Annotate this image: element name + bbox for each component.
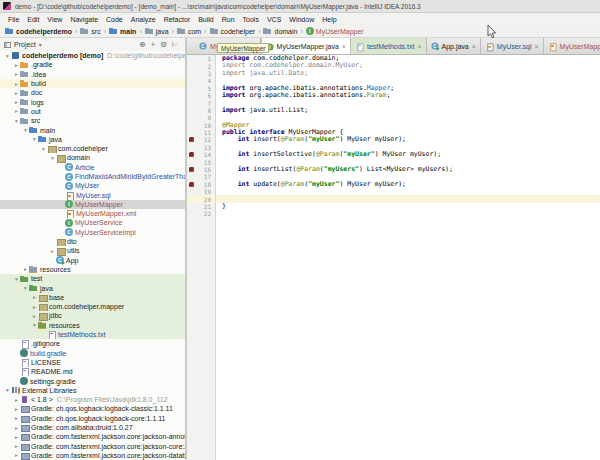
menu-item-edit[interactable]: Edit: [23, 16, 43, 23]
breadcrumb-item-domain[interactable]: domain: [263, 27, 297, 35]
menu-item-vcs[interactable]: VCS: [263, 16, 285, 23]
menu-item-refactor[interactable]: Refactor: [160, 16, 194, 23]
tab-app-java[interactable]: CApp.java×: [427, 38, 481, 54]
menu-item-run[interactable]: Run: [218, 16, 239, 23]
tree-row-myusermapper[interactable]: IMyUserMapper: [0, 200, 185, 209]
tree-row-gradle-com-fasterxml-jackson-core-jackson-core-2-8-4[interactable]: ▸Gradle: com.fasterxml.jackson.core:jack…: [0, 441, 185, 450]
menu-item-tools[interactable]: Tools: [239, 16, 263, 23]
close-icon[interactable]: ×: [472, 43, 476, 50]
collapse-arrow-icon[interactable]: ▾: [4, 387, 11, 393]
gear-icon[interactable]: ⚙: [158, 40, 170, 49]
editor[interactable]: 12345678910111213141516171819202122 pack…: [187, 55, 600, 460]
collapse-arrow-icon[interactable]: ▾: [40, 146, 47, 152]
close-icon[interactable]: ×: [534, 43, 538, 50]
collapse-arrow-icon[interactable]: ▾: [31, 136, 38, 142]
tree-row-build-gradle[interactable]: build.gradle: [0, 349, 185, 358]
breadcrumb-item-codehelper[interactable]: codehelper: [210, 27, 256, 35]
expand-arrow-icon[interactable]: ▸: [22, 266, 29, 272]
tree-row-gradle-ch-qos-logback-logback-classic-1-1-11[interactable]: ▸Gradle: ch.qos.logback:logback-classic:…: [0, 404, 185, 413]
tree-row-resources[interactable]: ▸resources: [0, 265, 185, 274]
menu-item-code[interactable]: Code: [102, 16, 127, 23]
tree-row-gradle-com-fasterxml-jackson-core-jackson-annotations-2-8-0[interactable]: ▸Gradle: com.fasterxml.jackson.core:jack…: [0, 432, 185, 441]
expand-arrow-icon[interactable]: ▸: [13, 425, 20, 431]
tree-row-gitignore[interactable]: .gitignore: [0, 339, 185, 348]
expand-arrow-icon[interactable]: ▸: [13, 406, 20, 412]
tree-row-utils[interactable]: ▸utils: [0, 246, 185, 255]
expand-arrow-icon[interactable]: ▸: [13, 452, 20, 458]
expand-arrow-icon[interactable]: ▸: [31, 294, 38, 300]
tree-row-readme-md[interactable]: README.md: [0, 367, 185, 376]
tree-row-myuser[interactable]: CMyUser: [0, 181, 185, 190]
tree-row-doc[interactable]: ▸doc: [0, 88, 185, 97]
expand-arrow-icon[interactable]: ▸: [13, 90, 20, 96]
tree-row-out[interactable]: ▸out: [0, 107, 185, 116]
tree-row-external-libraries[interactable]: ▾External Libraries: [0, 386, 185, 395]
expand-arrow-icon[interactable]: ▸: [13, 71, 20, 77]
tree-row-domain[interactable]: ▾domain: [0, 153, 185, 162]
expand-arrow-icon[interactable]: ▸: [13, 397, 20, 403]
tree-row-build[interactable]: ▸build: [0, 79, 185, 88]
expand-arrow-icon[interactable]: ▸: [13, 108, 20, 114]
breadcrumb-item-codehelperdemo[interactable]: codehelperdemo: [5, 27, 72, 35]
expand-arrow-icon[interactable]: ▸: [13, 81, 20, 87]
expand-arrow-icon[interactable]: ▸: [13, 443, 20, 449]
menu-item-help[interactable]: Help: [318, 16, 340, 23]
menu-item-file[interactable]: File: [4, 16, 23, 23]
collapse-arrow-icon[interactable]: ▾: [13, 118, 20, 124]
tab-myusermapper-xml[interactable]: MyUserMapper.xml×: [544, 38, 600, 54]
menu-item-navigate[interactable]: Navigate: [66, 16, 102, 23]
tree-row-idea[interactable]: ▸.idea: [0, 70, 185, 79]
code-editor[interactable]: package com.codehelper.domain;import com…: [216, 55, 600, 460]
collapse-arrow-icon[interactable]: ▾: [31, 322, 38, 328]
tab-testmethods-txt[interactable]: testMethods.txt×: [351, 38, 427, 54]
tree-row-article[interactable]: CArticle: [0, 163, 185, 172]
expand-arrow-icon[interactable]: ▸: [31, 304, 38, 310]
collapse-arrow-icon[interactable]: ▾: [22, 127, 29, 133]
tree-row-gradle-ch-qos-logback-logback-core-1-1-11[interactable]: ▸Gradle: ch.qos.logback:logback-core:1.1…: [0, 414, 185, 423]
chevron-down-icon[interactable]: ▾: [39, 41, 42, 48]
tree-row-java[interactable]: ▾java: [0, 283, 185, 292]
scroll-from-source-icon[interactable]: +: [148, 40, 157, 49]
tab-myuser-sql[interactable]: MyUser.sql×: [481, 38, 544, 54]
hide-panel-icon[interactable]: ⊢: [169, 40, 181, 49]
expand-arrow-icon[interactable]: ▸: [13, 415, 20, 421]
tree-row-logs[interactable]: ▸logs: [0, 97, 185, 106]
tree-row-resources[interactable]: ▾resources: [0, 321, 185, 330]
breadcrumb-item-myusermapper[interactable]: IMyUserMapper: [306, 27, 364, 35]
tree-row-gradle[interactable]: ▸.gradle: [0, 60, 185, 69]
tree-row-com-codehelper[interactable]: ▾com.codehelper: [0, 144, 185, 153]
expand-arrow-icon[interactable]: ▸: [13, 62, 20, 68]
tree-row-base[interactable]: ▸base: [0, 293, 185, 302]
tree-row-gradle-com-fasterxml-jackson-core-jackson-databind-2-8-4[interactable]: ▸Gradle: com.fasterxml.jackson.core:jack…: [0, 451, 185, 460]
tree-row-java[interactable]: ▾java: [0, 135, 185, 144]
locate-icon[interactable]: ⊕: [137, 40, 148, 49]
tab-myusermapper-java[interactable]: IMyUserMapper.java×: [261, 38, 351, 55]
collapse-arrow-icon[interactable]: ▾: [22, 285, 29, 291]
tree-row-gradle-com-alibaba-druid-1-0-27[interactable]: ▸Gradle: com.alibaba:druid:1.0.27: [0, 423, 185, 432]
mybatis-statement-icon[interactable]: [189, 152, 194, 157]
collapse-arrow-icon[interactable]: ▾: [49, 155, 56, 161]
menu-item-analyze[interactable]: Analyze: [127, 16, 160, 23]
breadcrumb-item-main[interactable]: main: [109, 27, 136, 35]
tree-row-settings-gradle[interactable]: settings.gradle: [0, 376, 185, 385]
expand-arrow-icon[interactable]: ▸: [13, 434, 20, 440]
tree-row-myuserserviceimpl[interactable]: CMyUserServiceImpl: [0, 228, 185, 237]
mybatis-statement-icon[interactable]: [189, 137, 194, 142]
tree-row-codehelperdemo-demo[interactable]: ▾codehelperdemo [demo]D:\code\github\cod…: [0, 51, 185, 60]
tree-row-jdbc[interactable]: ▸jdbc: [0, 311, 185, 320]
tree-row-findmaxidandminidbyidgreaterthanresul[interactable]: CFindMaxIdAndMinIdByIdGreaterThanResul: [0, 172, 185, 181]
mybatis-statement-icon[interactable]: [189, 182, 194, 187]
collapse-arrow-icon[interactable]: ▾: [4, 53, 11, 59]
tree-row-myuser-sql[interactable]: MyUser.sql: [0, 190, 185, 199]
tree-row-dto[interactable]: dto: [0, 237, 185, 246]
tree-row-myuserservice[interactable]: IMyUserService: [0, 218, 185, 227]
tree-row-testmethods-txt[interactable]: testMethods.txt: [0, 330, 185, 339]
tree-row-com-codehelper-mapper[interactable]: ▸com.codehelper.mapper: [0, 302, 185, 311]
tree-row-1-8[interactable]: ▸< 1.8 >C:\Program Files\Java\jdk1.8.0_1…: [0, 395, 185, 404]
expand-arrow-icon[interactable]: ▸: [13, 99, 20, 105]
tree-row-src[interactable]: ▾src: [0, 116, 185, 125]
close-icon[interactable]: ×: [342, 43, 346, 50]
expand-arrow-icon[interactable]: ▸: [31, 313, 38, 319]
menu-item-view[interactable]: View: [43, 16, 66, 23]
expand-arrow-icon[interactable]: ▸: [49, 248, 56, 254]
